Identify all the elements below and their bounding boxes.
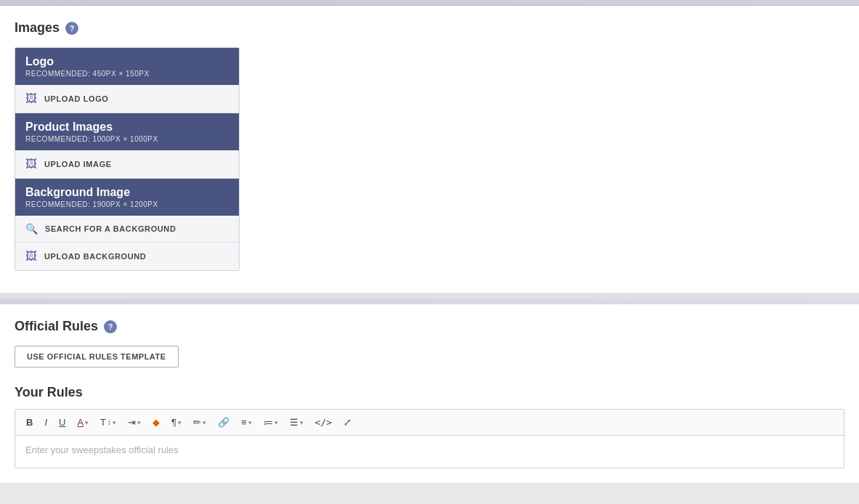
expand-label: ⤢ (343, 417, 351, 428)
paragraph-label: ¶ (171, 417, 176, 428)
official-rules-help-icon[interactable]: ? (104, 320, 117, 333)
rules-editor: B I U A ▾ T↕ ▾ ⇥ ▾ ◆ ¶ ▾ ✏ (15, 409, 844, 468)
upload-background-row[interactable]: 🖼 UPLOAD BACKGROUND (15, 243, 239, 270)
format-label: ✏ (193, 417, 201, 428)
images-title-text: Images (15, 20, 60, 36)
format-caret: ▾ (203, 419, 206, 426)
product-images-name: Product Images (25, 121, 229, 134)
images-panel: Logo Recommended: 450px × 150px 🖼 UPLOAD… (15, 47, 240, 271)
official-rules-title: Official Rules ? (15, 319, 844, 334)
indent-label: ⇥ (128, 417, 136, 428)
images-section: Images ? Logo Recommended: 450px × 150px… (0, 6, 859, 298)
images-help-icon[interactable]: ? (65, 22, 78, 35)
align-button[interactable]: ≡ ▾ (236, 414, 257, 431)
font-color-button[interactable]: A ▾ (72, 414, 94, 431)
unordered-list-caret: ▾ (300, 419, 304, 426)
paragraph-button[interactable]: ¶ ▾ (166, 414, 187, 431)
top-bar (0, 0, 859, 6)
editor-placeholder: Enter your sweepstakes official rules (25, 444, 179, 455)
your-rules-title: Your Rules (15, 385, 844, 400)
expand-button[interactable]: ⤢ (338, 414, 357, 431)
section-divider (0, 298, 859, 304)
ordered-list-label: ≔ (264, 417, 273, 428)
search-background-row[interactable]: 🔍 SEARCH FOR A BACKGROUND (15, 216, 239, 243)
indent-button[interactable]: ⇥ ▾ (123, 414, 146, 431)
code-label: </> (315, 417, 332, 428)
unordered-list-button[interactable]: ☰ ▾ (285, 414, 309, 431)
italic-button[interactable]: I (39, 414, 52, 431)
bold-button[interactable]: B (21, 414, 38, 431)
official-rules-title-text: Official Rules (15, 319, 98, 334)
font-color-caret: ▾ (85, 419, 89, 426)
search-background-icon: 🔍 (25, 223, 38, 235)
use-official-rules-template-button[interactable]: USE OFFICIAL RULES TEMPLATE (15, 346, 179, 367)
align-label: ≡ (241, 417, 247, 428)
ordered-list-caret: ▾ (274, 419, 278, 426)
upload-logo-icon: 🖼 (25, 92, 37, 105)
upload-background-label: UPLOAD BACKGROUND (44, 252, 146, 261)
format-button[interactable]: ✏ ▾ (188, 414, 211, 431)
images-section-title: Images ? (15, 20, 844, 36)
upload-logo-label: UPLOAD LOGO (44, 94, 109, 103)
highlight-button[interactable]: ◆ (147, 414, 165, 431)
background-image-name: Background Image (25, 186, 229, 199)
text-size-caret: ▾ (113, 419, 116, 426)
highlight-label: ◆ (152, 417, 160, 428)
upload-image-label: UPLOAD IMAGE (44, 160, 112, 168)
background-recommendation: Recommended: 1900px × 1200px (25, 200, 229, 208)
code-button[interactable]: </> (310, 414, 337, 431)
font-color-label: A (77, 417, 84, 428)
product-images-header: Product Images Recommended: 1000px × 100… (15, 113, 239, 150)
unordered-list-label: ☰ (290, 417, 298, 428)
indent-caret: ▾ (137, 419, 141, 426)
logo-recommendation: Recommended: 450px × 150px (25, 70, 229, 78)
text-size-button[interactable]: T↕ ▾ (95, 414, 121, 431)
link-label: 🔗 (218, 417, 229, 428)
align-caret: ▾ (248, 419, 252, 426)
editor-body[interactable]: Enter your sweepstakes official rules (15, 436, 844, 468)
editor-toolbar: B I U A ▾ T↕ ▾ ⇥ ▾ ◆ ¶ ▾ ✏ (15, 410, 844, 436)
logo-section-name: Logo (25, 55, 229, 68)
upload-logo-row[interactable]: 🖼 UPLOAD LOGO (15, 85, 239, 113)
product-images-recommendation: Recommended: 1000px × 1000px (25, 135, 229, 143)
upload-image-row[interactable]: 🖼 UPLOAD IMAGE (15, 150, 239, 179)
link-button[interactable]: 🔗 (213, 414, 235, 431)
paragraph-caret: ▾ (178, 419, 182, 426)
search-background-label: SEARCH FOR A BACKGROUND (45, 224, 176, 233)
upload-image-icon: 🖼 (25, 158, 37, 171)
upload-background-icon: 🖼 (25, 250, 37, 263)
background-image-header: Background Image Recommended: 1900px × 1… (15, 179, 239, 216)
ordered-list-button[interactable]: ≔ ▾ (258, 414, 283, 431)
text-size-label: T (100, 417, 106, 428)
official-rules-section: Official Rules ? USE OFFICIAL RULES TEMP… (0, 304, 859, 483)
logo-header: Logo Recommended: 450px × 150px (15, 48, 239, 85)
underline-button[interactable]: U (54, 414, 70, 431)
